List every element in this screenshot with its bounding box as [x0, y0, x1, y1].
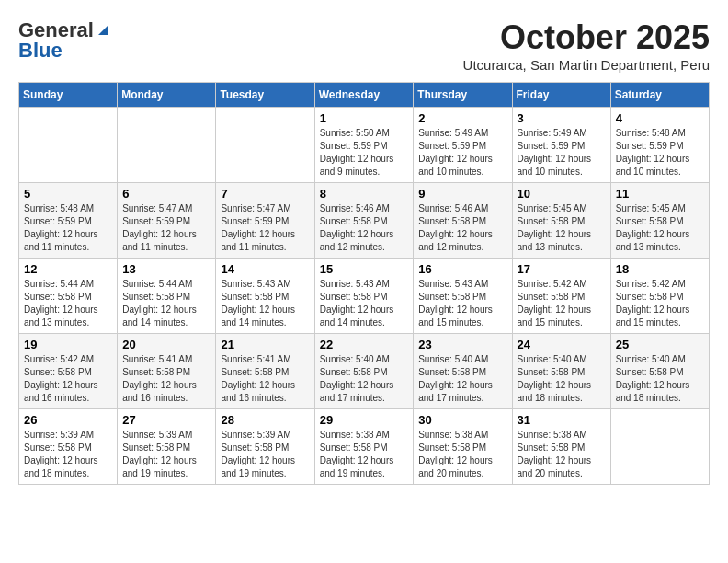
calendar-cell: 24Sunrise: 5:40 AMSunset: 5:58 PMDayligh… — [512, 334, 610, 409]
calendar-cell: 26Sunrise: 5:39 AMSunset: 5:58 PMDayligh… — [19, 409, 118, 485]
day-number: 4 — [616, 111, 704, 125]
day-info: Sunrise: 5:40 AMSunset: 5:58 PMDaylight:… — [616, 353, 704, 405]
day-info: Sunrise: 5:46 AMSunset: 5:58 PMDaylight:… — [418, 202, 506, 254]
day-number: 21 — [221, 338, 309, 351]
day-info: Sunrise: 5:41 AMSunset: 5:58 PMDaylight:… — [221, 353, 309, 405]
day-info: Sunrise: 5:49 AMSunset: 5:59 PMDaylight:… — [518, 127, 606, 178]
calendar-cell: 8Sunrise: 5:46 AMSunset: 5:58 PMDaylight… — [314, 183, 414, 259]
day-info: Sunrise: 5:44 AMSunset: 5:58 PMDaylight:… — [122, 278, 210, 329]
day-number: 1 — [320, 111, 409, 125]
day-number: 11 — [616, 187, 704, 201]
calendar-day-header: Saturday — [610, 83, 709, 108]
calendar-cell — [216, 108, 314, 183]
calendar-cell: 10Sunrise: 5:45 AMSunset: 5:58 PMDayligh… — [512, 183, 610, 259]
day-info: Sunrise: 5:38 AMSunset: 5:58 PMDaylight:… — [320, 429, 409, 480]
calendar-cell — [610, 409, 709, 485]
logo-arrow-icon — [95, 22, 111, 39]
calendar-cell: 3Sunrise: 5:49 AMSunset: 5:59 PMDaylight… — [512, 108, 610, 183]
calendar-cell: 25Sunrise: 5:40 AMSunset: 5:58 PMDayligh… — [610, 334, 709, 409]
calendar-cell: 18Sunrise: 5:42 AMSunset: 5:58 PMDayligh… — [610, 259, 709, 334]
day-number: 16 — [418, 262, 506, 276]
day-number: 12 — [24, 262, 112, 276]
calendar-cell: 9Sunrise: 5:46 AMSunset: 5:58 PMDaylight… — [414, 183, 512, 259]
calendar-cell: 29Sunrise: 5:38 AMSunset: 5:58 PMDayligh… — [314, 409, 414, 485]
day-info: Sunrise: 5:39 AMSunset: 5:58 PMDaylight:… — [24, 429, 112, 480]
day-number: 3 — [518, 111, 606, 125]
day-info: Sunrise: 5:39 AMSunset: 5:58 PMDaylight:… — [122, 429, 210, 480]
day-number: 19 — [24, 338, 112, 351]
calendar-cell: 11Sunrise: 5:45 AMSunset: 5:58 PMDayligh… — [610, 183, 709, 259]
day-number: 5 — [24, 187, 112, 201]
svg-marker-0 — [98, 26, 108, 35]
day-number: 15 — [320, 262, 409, 276]
calendar-day-header: Sunday — [19, 83, 118, 108]
calendar-cell: 12Sunrise: 5:44 AMSunset: 5:58 PMDayligh… — [19, 259, 118, 334]
day-number: 10 — [518, 187, 606, 201]
day-number: 8 — [320, 187, 409, 201]
calendar-cell: 22Sunrise: 5:40 AMSunset: 5:58 PMDayligh… — [314, 334, 414, 409]
day-info: Sunrise: 5:43 AMSunset: 5:58 PMDaylight:… — [418, 278, 506, 329]
day-info: Sunrise: 5:40 AMSunset: 5:58 PMDaylight:… — [518, 353, 606, 405]
day-info: Sunrise: 5:38 AMSunset: 5:58 PMDaylight:… — [418, 429, 506, 480]
calendar-cell: 28Sunrise: 5:39 AMSunset: 5:58 PMDayligh… — [216, 409, 314, 485]
day-info: Sunrise: 5:42 AMSunset: 5:58 PMDaylight:… — [24, 353, 112, 405]
day-info: Sunrise: 5:45 AMSunset: 5:58 PMDaylight:… — [616, 202, 704, 254]
location: Utcurarca, San Martin Department, Peru — [463, 57, 710, 73]
day-info: Sunrise: 5:40 AMSunset: 5:58 PMDaylight:… — [320, 353, 409, 405]
day-number: 18 — [616, 262, 704, 276]
day-info: Sunrise: 5:41 AMSunset: 5:58 PMDaylight:… — [122, 353, 210, 405]
calendar-week-row: 26Sunrise: 5:39 AMSunset: 5:58 PMDayligh… — [19, 409, 710, 485]
day-number: 30 — [418, 413, 506, 427]
calendar-cell: 31Sunrise: 5:38 AMSunset: 5:58 PMDayligh… — [512, 409, 610, 485]
day-number: 7 — [221, 187, 309, 201]
logo-blue: Blue — [18, 39, 63, 63]
day-info: Sunrise: 5:47 AMSunset: 5:59 PMDaylight:… — [221, 202, 309, 254]
calendar-cell: 30Sunrise: 5:38 AMSunset: 5:58 PMDayligh… — [414, 409, 512, 485]
day-info: Sunrise: 5:40 AMSunset: 5:58 PMDaylight:… — [418, 353, 506, 405]
calendar-cell: 14Sunrise: 5:43 AMSunset: 5:58 PMDayligh… — [216, 259, 314, 334]
day-number: 9 — [418, 187, 506, 201]
calendar-cell: 13Sunrise: 5:44 AMSunset: 5:58 PMDayligh… — [118, 259, 216, 334]
day-info: Sunrise: 5:48 AMSunset: 5:59 PMDaylight:… — [24, 202, 112, 254]
day-number: 24 — [518, 338, 606, 351]
calendar-day-header: Friday — [512, 83, 610, 108]
day-number: 22 — [320, 338, 409, 351]
day-info: Sunrise: 5:39 AMSunset: 5:58 PMDaylight:… — [221, 429, 309, 480]
day-number: 2 — [418, 111, 506, 125]
day-info: Sunrise: 5:42 AMSunset: 5:58 PMDaylight:… — [616, 278, 704, 329]
calendar-cell: 1Sunrise: 5:50 AMSunset: 5:59 PMDaylight… — [314, 108, 414, 183]
day-number: 31 — [518, 413, 606, 427]
day-info: Sunrise: 5:43 AMSunset: 5:58 PMDaylight:… — [221, 278, 309, 329]
calendar-cell: 15Sunrise: 5:43 AMSunset: 5:58 PMDayligh… — [314, 259, 414, 334]
day-number: 17 — [518, 262, 606, 276]
calendar-cell: 20Sunrise: 5:41 AMSunset: 5:58 PMDayligh… — [118, 334, 216, 409]
day-info: Sunrise: 5:47 AMSunset: 5:59 PMDaylight:… — [122, 202, 210, 254]
calendar-cell: 19Sunrise: 5:42 AMSunset: 5:58 PMDayligh… — [19, 334, 118, 409]
calendar-day-header: Tuesday — [216, 83, 314, 108]
calendar-cell: 4Sunrise: 5:48 AMSunset: 5:59 PMDaylight… — [610, 108, 709, 183]
day-number: 14 — [221, 262, 309, 276]
title-block: October 2025 Utcurarca, San Martin Depar… — [463, 18, 710, 73]
page-header: General Blue October 2025 Utcurarca, San… — [18, 18, 710, 73]
day-number: 25 — [616, 338, 704, 351]
calendar-cell — [19, 108, 118, 183]
calendar-cell: 21Sunrise: 5:41 AMSunset: 5:58 PMDayligh… — [216, 334, 314, 409]
calendar-cell: 27Sunrise: 5:39 AMSunset: 5:58 PMDayligh… — [118, 409, 216, 485]
day-info: Sunrise: 5:43 AMSunset: 5:58 PMDaylight:… — [320, 278, 409, 329]
day-number: 27 — [122, 413, 210, 427]
logo: General Blue — [18, 18, 111, 63]
calendar-cell: 6Sunrise: 5:47 AMSunset: 5:59 PMDaylight… — [118, 183, 216, 259]
calendar-cell: 7Sunrise: 5:47 AMSunset: 5:59 PMDaylight… — [216, 183, 314, 259]
day-number: 20 — [122, 338, 210, 351]
day-info: Sunrise: 5:38 AMSunset: 5:58 PMDaylight:… — [518, 429, 606, 480]
day-number: 26 — [24, 413, 112, 427]
calendar-week-row: 1Sunrise: 5:50 AMSunset: 5:59 PMDaylight… — [19, 108, 710, 183]
day-info: Sunrise: 5:46 AMSunset: 5:58 PMDaylight:… — [320, 202, 409, 254]
calendar-week-row: 12Sunrise: 5:44 AMSunset: 5:58 PMDayligh… — [19, 259, 710, 334]
calendar-week-row: 5Sunrise: 5:48 AMSunset: 5:59 PMDaylight… — [19, 183, 710, 259]
day-info: Sunrise: 5:45 AMSunset: 5:58 PMDaylight:… — [518, 202, 606, 254]
calendar-cell: 16Sunrise: 5:43 AMSunset: 5:58 PMDayligh… — [414, 259, 512, 334]
calendar-cell — [118, 108, 216, 183]
calendar-cell: 5Sunrise: 5:48 AMSunset: 5:59 PMDaylight… — [19, 183, 118, 259]
day-number: 23 — [418, 338, 506, 351]
